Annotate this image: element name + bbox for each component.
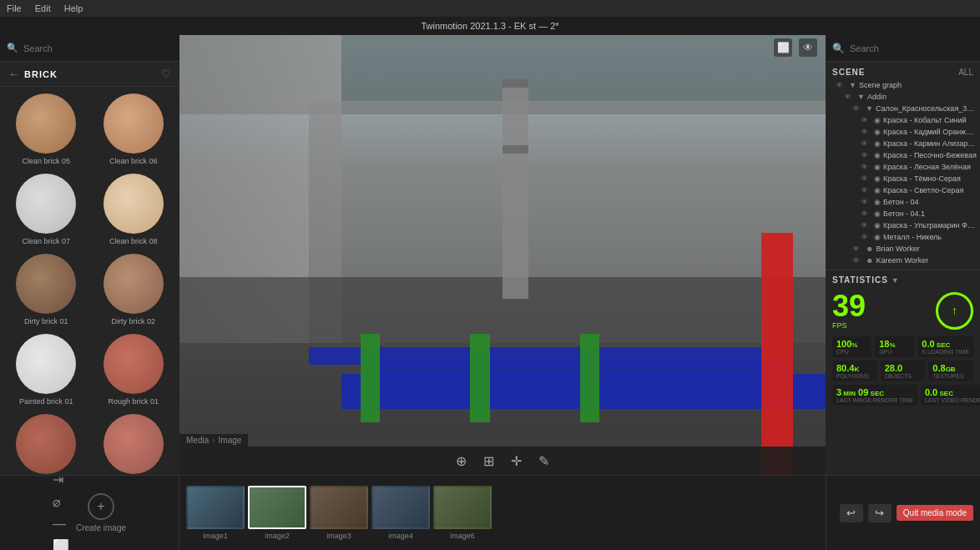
back-button[interactable]: ← — [8, 68, 19, 80]
tool-move[interactable]: ✛ — [511, 453, 522, 469]
material-item-rough-brick-03[interactable]: Rough brick 03 — [91, 411, 177, 475]
right-panel: 🔍 SCENE ALL 👁▼Scene graph👁▼Addin👁▼Салон_… — [826, 35, 980, 475]
tree-item[interactable]: 👁◉Краска - Кармин Ализаринов — [826, 138, 980, 149]
stat-polygons: 80.4K POLYGONS — [832, 361, 877, 381]
stats-row-3: 3 MIN 09 SEC LAST IMAGE RENDER TIME 0.0 … — [832, 385, 973, 406]
tree-item[interactable]: 👁◉Краска - Светло-Серая — [826, 184, 980, 196]
tool-zoom[interactable]: ⊕ — [456, 453, 467, 469]
scene-all-button[interactable]: ALL — [958, 68, 973, 77]
statistics-section: STATISTICS ▼ 39 FPS ↑ 100% CPU — [826, 270, 980, 475]
image-render-label: LAST IMAGE RENDER TIME — [836, 397, 913, 403]
material-item-clean-brick-07[interactable]: Clean brick 07 — [3, 170, 89, 249]
objects-value: 28.0 — [885, 363, 922, 373]
icon-3[interactable]: — — [53, 517, 69, 532]
breadcrumb-media[interactable]: Media — [186, 436, 209, 445]
left-panel-header: ← BRICK ♡ — [0, 62, 179, 87]
tree-item[interactable]: 👁◉Краска - Ультрамарин Фиоле — [826, 219, 980, 231]
tree-item[interactable]: 👁◉Бетон - 04 — [826, 196, 980, 208]
material-item-rough-brick-01[interactable]: Rough brick 01 — [91, 331, 177, 409]
viewport: ⬜ 👁 Media › Image ⊕ ⊞ ✛ ✎ — [179, 35, 826, 475]
video-render-label: LAST VIDEO RENDER TIME — [925, 397, 980, 403]
favorite-button[interactable]: ♡ — [161, 68, 171, 80]
material-search-input[interactable] — [23, 43, 173, 53]
menu-file[interactable]: File — [7, 3, 22, 13]
breadcrumb-image: Image — [219, 436, 242, 445]
tree-item[interactable]: 👁◉Бетон - 04.1 — [826, 208, 980, 219]
scene-tree: 👁▼Scene graph👁▼Addin👁▼Салон_Красносельск… — [826, 79, 980, 266]
main-area: 🔍 ← BRICK ♡ Clean brick 05Clean brick 06… — [0, 35, 980, 475]
tree-item[interactable]: 👁◉Металл - Никель — [826, 231, 980, 243]
scene-3d[interactable] — [179, 35, 826, 475]
loading-time-label: S LOADING TIME — [922, 349, 969, 355]
menu-help[interactable]: Help — [64, 3, 83, 13]
create-image-icon: + — [88, 493, 114, 520]
stat-cpu: 100% CPU — [832, 336, 871, 357]
menu-bar: File Edit Help — [0, 0, 980, 17]
statistics-chevron[interactable]: ▼ — [892, 276, 899, 285]
tree-item[interactable]: 👁▼Салон_Красносельская_35_PA — [826, 103, 980, 114]
fps-value: 39 — [832, 291, 866, 321]
scene-section: SCENE ALL 👁▼Scene graph👁▼Addin👁▼Салон_Кр… — [826, 62, 980, 270]
statistics-header: STATISTICS ▼ — [832, 275, 973, 285]
tool-select[interactable]: ⊞ — [483, 453, 494, 469]
icon-1[interactable]: ⇥ — [53, 472, 69, 487]
bottom-area: ⇥ ⌀ — ⬜ + Create image image1image2image… — [0, 475, 980, 550]
stat-image-render: 3 MIN 09 SEC LAST IMAGE RENDER TIME — [832, 385, 917, 406]
scene-search-input[interactable] — [850, 43, 973, 53]
polygons-label: POLYGONS — [836, 373, 873, 379]
stat-loading-time: 0.0 SEC S LOADING TIME — [917, 336, 973, 357]
tree-item[interactable]: 👁◉Краска - Песочно-Бежевая — [826, 149, 980, 161]
tree-item[interactable]: 👁▼Addin — [826, 91, 980, 103]
tree-item[interactable]: 👁☻Kareem Worker — [826, 255, 980, 266]
icon-2[interactable]: ⌀ — [53, 494, 69, 510]
material-item-clean-brick-05[interactable]: Clean brick 05 — [3, 90, 89, 169]
tree-item[interactable]: 👁◉Краска - Кадмий Оранжевый — [826, 126, 980, 138]
material-item-dirty-brick-02[interactable]: Dirty brick 02 — [91, 250, 177, 329]
objects-label: OBJECTS — [885, 373, 922, 379]
stat-objects: 28.0 OBJECTS — [881, 361, 926, 381]
video-render-value: 0.0 SEC — [925, 387, 980, 397]
bottom-left-icons: ⇥ ⌀ — ⬜ — [53, 472, 69, 550]
icon-4[interactable]: ⬜ — [53, 538, 69, 550]
filmstrip-item[interactable]: image3 — [310, 486, 368, 540]
tree-item[interactable]: 👁◉Краска - Лесная Зелёная — [826, 161, 980, 173]
material-item-clean-brick-08[interactable]: Clean brick 08 — [91, 170, 177, 249]
tree-item[interactable]: 👁▼Scene graph — [826, 79, 980, 91]
viewport-top-bar: ⬜ 👁 — [179, 35, 826, 60]
left-panel-search-bar: 🔍 — [0, 35, 179, 62]
material-item-clean-brick-06[interactable]: Clean brick 06 — [91, 90, 177, 169]
material-item-rough-brick-02[interactable]: Rough brick 02 — [3, 411, 89, 475]
menu-edit[interactable]: Edit — [35, 3, 51, 13]
app-title: Twinmotion 2021.1.3 - EK st — 2* — [421, 21, 558, 31]
image-render-value: 3 MIN 09 SEC — [836, 387, 913, 397]
redo-button[interactable]: ↪ — [868, 504, 892, 522]
section-title: BRICK — [24, 69, 156, 79]
monitor-icon-btn[interactable]: ⬜ — [774, 38, 792, 57]
undo-button[interactable]: ↩ — [840, 504, 863, 522]
stats-row-1: 100% CPU 18% GPU 0.0 SEC S LOADING TIME — [832, 336, 973, 357]
filmstrip-item[interactable]: image4 — [371, 486, 430, 540]
material-item-painted-brick-01[interactable]: Painted brick 01 — [3, 331, 89, 409]
tree-item[interactable]: 👁◉Краска - Кобальт Синий — [826, 114, 980, 126]
tool-paint[interactable]: ✎ — [538, 453, 549, 469]
textures-label: TEXTURES — [932, 373, 969, 379]
viewport-canvas: ⬜ 👁 Media › Image ⊕ ⊞ ✛ ✎ — [179, 35, 826, 475]
tree-item[interactable]: 👁☻Brian Worker — [826, 243, 980, 255]
cpu-label: CPU — [836, 349, 867, 355]
quit-media-button[interactable]: Quit media mode — [897, 505, 973, 521]
breadcrumb-separator: › — [212, 436, 215, 445]
title-bar: Twinmotion 2021.1.3 - EK st — 2* — [0, 17, 980, 35]
filmstrip-item[interactable]: image1 — [186, 486, 245, 540]
viewport-tools-bar: ⊕ ⊞ ✛ ✎ — [179, 447, 826, 475]
gpu-label: GPU — [879, 349, 910, 355]
statistics-title: STATISTICS — [832, 275, 888, 285]
materials-grid: Clean brick 05Clean brick 06Clean brick … — [0, 87, 179, 475]
filmstrip-item[interactable]: image2 — [248, 486, 306, 540]
create-image-button[interactable]: + Create image — [76, 493, 126, 532]
bottom-left-panel: ⇥ ⌀ — ⬜ + Create image — [0, 476, 179, 550]
material-item-dirty-brick-01[interactable]: Dirty brick 01 — [3, 250, 89, 329]
eye-icon-btn[interactable]: 👁 — [799, 38, 817, 57]
filmstrip-item[interactable]: image6 — [433, 486, 492, 540]
bottom-right-panel: ↩ ↪ Quit media mode — [826, 476, 980, 550]
tree-item[interactable]: 👁◉Краска - Тёмно-Серая — [826, 173, 980, 184]
